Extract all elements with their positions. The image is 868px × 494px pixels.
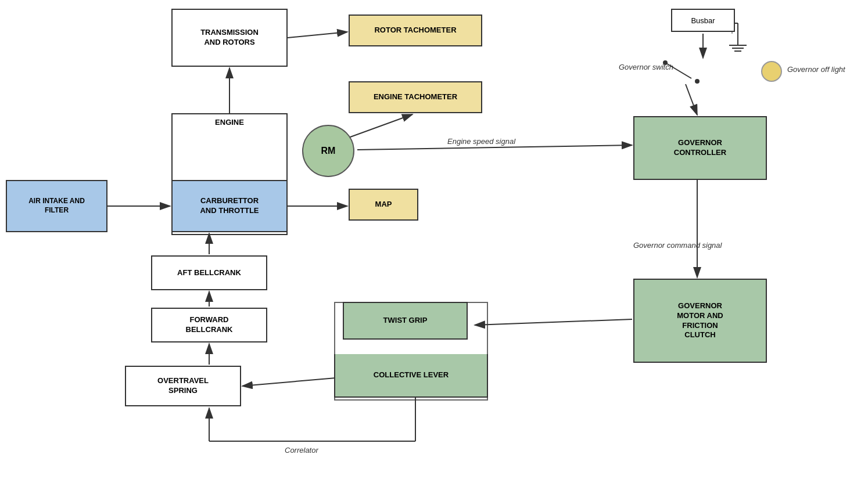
engine-label: ENGINE — [215, 118, 244, 127]
transmission-rotors-box: TRANSMISSION AND ROTORS — [171, 9, 288, 67]
governor-motor-box: GOVERNOR MOTOR AND FRICTION CLUTCH — [633, 279, 767, 363]
engine-speed-signal-text: Engine speed signal — [447, 137, 515, 146]
map-box: MAP — [349, 189, 418, 221]
rm-label: RM — [321, 146, 336, 156]
twist-grip-box: TWIST GRIP — [343, 302, 468, 340]
governor-controller-label: GOVERNOR CONTROLLER — [674, 138, 726, 158]
governor-off-light-text: Governor off light — [787, 65, 845, 74]
svg-line-12 — [242, 377, 343, 386]
forward-bellcrank-label: FORWARD BELLCRANK — [186, 315, 233, 335]
correlator-text: Correlator — [285, 446, 318, 455]
busbar-box: Busbar — [671, 9, 735, 32]
svg-line-2 — [288, 32, 347, 38]
air-intake-box: AIR INTAKE AND FILTER — [6, 180, 107, 232]
twist-grip-label: TWIST GRIP — [383, 316, 428, 326]
governor-controller-box: GOVERNOR CONTROLLER — [633, 116, 767, 180]
svg-line-9 — [686, 84, 697, 115]
governor-off-light-label: Governor off light — [787, 65, 845, 74]
collective-lever-box: COLLECTIVE LEVER — [334, 354, 488, 398]
governor-switch-text: Governor switch — [619, 63, 673, 71]
correlator-label: Correlator — [285, 446, 318, 455]
rm-circle: RM — [302, 125, 354, 177]
svg-line-11 — [475, 319, 632, 325]
governor-motor-label: GOVERNOR MOTOR AND FRICTION CLUTCH — [677, 301, 723, 341]
rotor-tach-label: ROTOR TACHOMETER — [374, 26, 456, 35]
svg-point-21 — [695, 79, 700, 84]
governor-command-signal-text: Governor command signal — [633, 241, 722, 250]
forward-bellcrank-box: FORWARD BELLCRANK — [151, 308, 267, 342]
overtravel-spring-box: OVERTRAVEL SPRING — [125, 366, 241, 406]
engine-tach-label: ENGINE TACHOMETER — [374, 92, 457, 102]
overtravel-spring-label: OVERTRAVEL SPRING — [157, 376, 209, 396]
collective-lever-label: COLLECTIVE LEVER — [374, 370, 449, 380]
governor-switch-label: Governor switch — [619, 63, 673, 71]
busbar-label: Busbar — [691, 16, 715, 25]
carburettor-throttle-box: CARBURETTOR AND THROTTLE — [171, 180, 288, 232]
svg-line-7 — [357, 145, 632, 150]
air-intake-label: AIR INTAKE AND FILTER — [28, 197, 85, 215]
map-label: MAP — [375, 200, 392, 210]
carburettor-throttle-label: CARBURETTOR AND THROTTLE — [200, 196, 259, 216]
engine-tach-box: ENGINE TACHOMETER — [349, 81, 482, 113]
aft-bellcrank-label: AFT BELLCRANK — [177, 268, 241, 278]
arrows-svg — [0, 0, 868, 494]
diagram-container: TRANSMISSION AND ROTORS ENGINE CARBURETT… — [0, 0, 868, 494]
engine-label-area: ENGINE — [171, 113, 288, 131]
aft-bellcrank-box: AFT BELLCRANK — [151, 255, 267, 290]
governor-off-light — [761, 61, 782, 82]
rotor-tach-box: ROTOR TACHOMETER — [349, 15, 482, 46]
transmission-rotors-label: TRANSMISSION AND ROTORS — [200, 28, 259, 48]
governor-command-signal-label: Governor command signal — [633, 241, 722, 250]
engine-speed-signal-label: Engine speed signal — [447, 137, 515, 146]
